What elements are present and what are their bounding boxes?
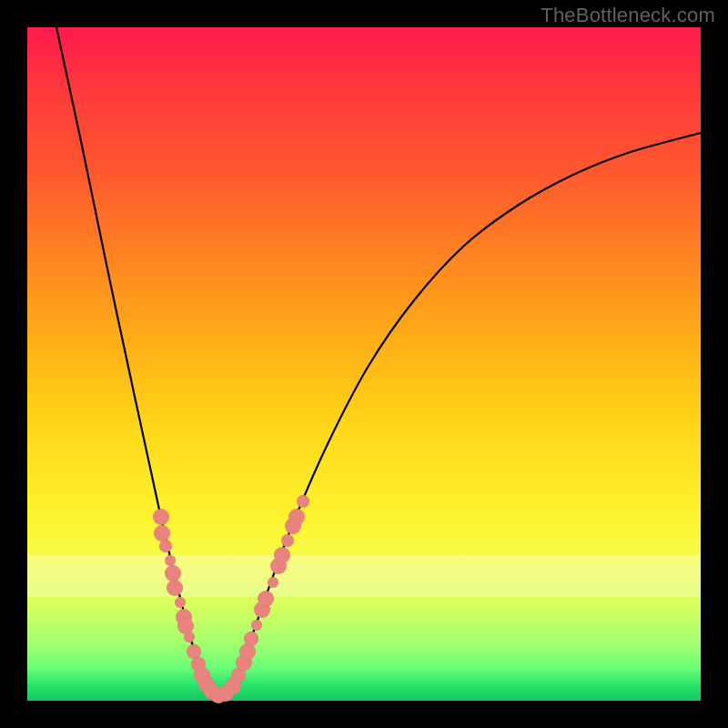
data-point xyxy=(184,632,195,642)
curve-layer xyxy=(27,27,701,701)
data-point xyxy=(153,509,169,525)
data-point xyxy=(187,644,201,659)
plot-area xyxy=(27,27,701,701)
data-point xyxy=(159,540,172,552)
data-point xyxy=(244,632,258,646)
data-point xyxy=(281,534,294,547)
data-point xyxy=(154,525,170,541)
data-point xyxy=(165,565,181,581)
data-point xyxy=(175,597,186,608)
watermark-text: TheBottleneck.com xyxy=(541,4,715,27)
data-point xyxy=(297,495,309,508)
data-point xyxy=(268,577,278,588)
data-point xyxy=(251,620,262,631)
bottleneck-curve xyxy=(56,27,701,696)
chart-frame: TheBottleneck.com xyxy=(0,0,728,728)
data-point-group xyxy=(153,495,309,703)
data-point xyxy=(165,555,176,566)
data-point xyxy=(288,509,305,525)
data-point xyxy=(274,547,290,563)
data-point xyxy=(167,580,183,596)
data-point xyxy=(258,591,274,607)
